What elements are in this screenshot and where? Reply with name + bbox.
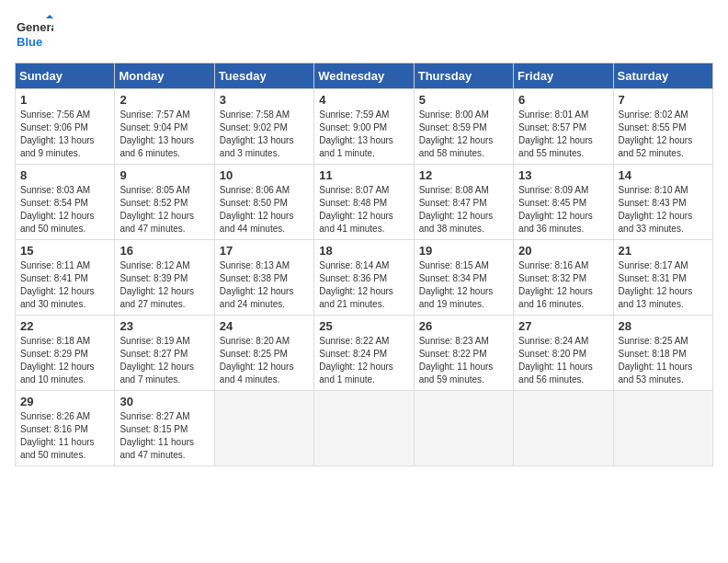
day-number: 4 xyxy=(319,93,408,107)
calendar-cell: 1Sunrise: 7:56 AM Sunset: 9:06 PM Daylig… xyxy=(16,89,115,165)
calendar-cell: 8Sunrise: 8:03 AM Sunset: 8:54 PM Daylig… xyxy=(16,165,115,240)
calendar-cell: 2Sunrise: 7:57 AM Sunset: 9:04 PM Daylig… xyxy=(115,89,214,165)
calendar-cell: 23Sunrise: 8:19 AM Sunset: 8:27 PM Dayli… xyxy=(115,316,214,391)
calendar-cell xyxy=(414,391,513,466)
day-number: 30 xyxy=(119,395,209,408)
day-number: 18 xyxy=(319,244,408,258)
day-info: Sunrise: 8:09 AM Sunset: 8:45 PM Dayligh… xyxy=(518,184,608,236)
day-info: Sunrise: 8:25 AM Sunset: 8:18 PM Dayligh… xyxy=(619,335,708,386)
calendar-cell: 3Sunrise: 7:58 AM Sunset: 9:02 PM Daylig… xyxy=(214,89,313,165)
calendar-cell: 13Sunrise: 8:09 AM Sunset: 8:45 PM Dayli… xyxy=(514,165,613,240)
calendar-cell: 15Sunrise: 8:11 AM Sunset: 8:41 PM Dayli… xyxy=(16,240,115,316)
logo-svg: General Blue xyxy=(15,15,53,53)
day-number: 26 xyxy=(419,319,508,333)
day-info: Sunrise: 8:27 AM Sunset: 8:15 PM Dayligh… xyxy=(119,410,209,462)
day-number: 14 xyxy=(619,168,708,182)
calendar-table: SundayMondayTuesdayWednesdayThursdayFrid… xyxy=(15,63,713,466)
day-number: 22 xyxy=(20,319,109,333)
day-info: Sunrise: 8:00 AM Sunset: 8:59 PM Dayligh… xyxy=(419,109,508,160)
day-number: 29 xyxy=(20,395,109,408)
day-info: Sunrise: 8:19 AM Sunset: 8:27 PM Dayligh… xyxy=(119,335,209,386)
calendar-cell: 9Sunrise: 8:05 AM Sunset: 8:52 PM Daylig… xyxy=(115,165,214,240)
calendar-cell: 7Sunrise: 8:02 AM Sunset: 8:55 PM Daylig… xyxy=(613,89,712,165)
day-info: Sunrise: 8:15 AM Sunset: 8:34 PM Dayligh… xyxy=(419,259,508,311)
day-info: Sunrise: 8:20 AM Sunset: 8:25 PM Dayligh… xyxy=(220,335,309,386)
day-info: Sunrise: 8:12 AM Sunset: 8:39 PM Dayligh… xyxy=(119,259,209,311)
day-number: 17 xyxy=(220,244,309,258)
calendar-cell: 17Sunrise: 8:13 AM Sunset: 8:38 PM Dayli… xyxy=(214,240,313,316)
day-number: 2 xyxy=(119,93,209,107)
day-info: Sunrise: 8:01 AM Sunset: 8:57 PM Dayligh… xyxy=(518,109,608,160)
header-row: SundayMondayTuesdayWednesdayThursdayFrid… xyxy=(16,63,713,89)
day-number: 8 xyxy=(20,168,109,182)
day-info: Sunrise: 7:57 AM Sunset: 9:04 PM Dayligh… xyxy=(119,109,209,160)
day-info: Sunrise: 8:13 AM Sunset: 8:38 PM Dayligh… xyxy=(220,259,309,311)
calendar-cell: 29Sunrise: 8:26 AM Sunset: 8:16 PM Dayli… xyxy=(16,391,115,466)
day-number: 20 xyxy=(518,244,608,258)
calendar-cell: 30Sunrise: 8:27 AM Sunset: 8:15 PM Dayli… xyxy=(115,391,214,466)
day-number: 24 xyxy=(220,319,309,333)
calendar-week-row: 15Sunrise: 8:11 AM Sunset: 8:41 PM Dayli… xyxy=(16,240,713,316)
day-info: Sunrise: 8:17 AM Sunset: 8:31 PM Dayligh… xyxy=(619,259,708,311)
day-number: 12 xyxy=(419,168,508,182)
day-info: Sunrise: 8:06 AM Sunset: 8:50 PM Dayligh… xyxy=(220,184,309,236)
day-info: Sunrise: 7:56 AM Sunset: 9:06 PM Dayligh… xyxy=(20,109,109,160)
weekday-header: Saturday xyxy=(613,63,712,89)
weekday-header: Thursday xyxy=(414,63,513,89)
calendar-cell: 19Sunrise: 8:15 AM Sunset: 8:34 PM Dayli… xyxy=(414,240,513,316)
calendar-cell: 6Sunrise: 8:01 AM Sunset: 8:57 PM Daylig… xyxy=(514,89,613,165)
calendar-cell: 20Sunrise: 8:16 AM Sunset: 8:32 PM Dayli… xyxy=(514,240,613,316)
day-info: Sunrise: 8:11 AM Sunset: 8:41 PM Dayligh… xyxy=(20,259,109,311)
day-number: 28 xyxy=(619,319,708,333)
day-number: 5 xyxy=(419,93,508,107)
calendar-cell xyxy=(613,391,712,466)
day-info: Sunrise: 8:23 AM Sunset: 8:22 PM Dayligh… xyxy=(419,335,508,386)
calendar-cell: 11Sunrise: 8:07 AM Sunset: 8:48 PM Dayli… xyxy=(314,165,414,240)
calendar-cell: 12Sunrise: 8:08 AM Sunset: 8:47 PM Dayli… xyxy=(414,165,513,240)
svg-text:General: General xyxy=(17,20,53,34)
weekday-header: Wednesday xyxy=(314,63,414,89)
day-info: Sunrise: 8:22 AM Sunset: 8:24 PM Dayligh… xyxy=(319,335,408,386)
calendar-cell: 21Sunrise: 8:17 AM Sunset: 8:31 PM Dayli… xyxy=(613,240,712,316)
day-number: 1 xyxy=(20,93,109,107)
weekday-header: Sunday xyxy=(16,63,115,89)
calendar-cell: 4Sunrise: 7:59 AM Sunset: 9:00 PM Daylig… xyxy=(314,89,414,165)
day-number: 9 xyxy=(119,168,209,182)
svg-text:Blue: Blue xyxy=(17,35,42,49)
logo: General Blue xyxy=(15,15,53,53)
calendar-week-row: 22Sunrise: 8:18 AM Sunset: 8:29 PM Dayli… xyxy=(16,316,713,391)
day-number: 23 xyxy=(119,319,209,333)
calendar-cell: 27Sunrise: 8:24 AM Sunset: 8:20 PM Dayli… xyxy=(514,316,613,391)
day-info: Sunrise: 8:07 AM Sunset: 8:48 PM Dayligh… xyxy=(319,184,408,236)
day-info: Sunrise: 8:03 AM Sunset: 8:54 PM Dayligh… xyxy=(20,184,109,236)
calendar-cell xyxy=(214,391,313,466)
day-info: Sunrise: 8:02 AM Sunset: 8:55 PM Dayligh… xyxy=(619,109,708,160)
day-number: 25 xyxy=(319,319,408,333)
calendar-cell: 16Sunrise: 8:12 AM Sunset: 8:39 PM Dayli… xyxy=(115,240,214,316)
day-number: 10 xyxy=(220,168,309,182)
day-number: 13 xyxy=(518,168,608,182)
calendar-cell xyxy=(514,391,613,466)
calendar-cell: 26Sunrise: 8:23 AM Sunset: 8:22 PM Dayli… xyxy=(414,316,513,391)
day-number: 15 xyxy=(20,244,109,258)
calendar-cell: 18Sunrise: 8:14 AM Sunset: 8:36 PM Dayli… xyxy=(314,240,414,316)
day-info: Sunrise: 8:05 AM Sunset: 8:52 PM Dayligh… xyxy=(119,184,209,236)
weekday-header: Tuesday xyxy=(214,63,313,89)
day-info: Sunrise: 7:59 AM Sunset: 9:00 PM Dayligh… xyxy=(319,109,408,160)
calendar-cell: 10Sunrise: 8:06 AM Sunset: 8:50 PM Dayli… xyxy=(214,165,313,240)
day-info: Sunrise: 8:18 AM Sunset: 8:29 PM Dayligh… xyxy=(20,335,109,386)
calendar-week-row: 29Sunrise: 8:26 AM Sunset: 8:16 PM Dayli… xyxy=(16,391,713,466)
calendar-week-row: 8Sunrise: 8:03 AM Sunset: 8:54 PM Daylig… xyxy=(16,165,713,240)
calendar-cell: 22Sunrise: 8:18 AM Sunset: 8:29 PM Dayli… xyxy=(16,316,115,391)
day-number: 3 xyxy=(220,93,309,107)
day-number: 7 xyxy=(619,93,708,107)
day-info: Sunrise: 8:14 AM Sunset: 8:36 PM Dayligh… xyxy=(319,259,408,311)
day-info: Sunrise: 8:16 AM Sunset: 8:32 PM Dayligh… xyxy=(518,259,608,311)
day-info: Sunrise: 8:10 AM Sunset: 8:43 PM Dayligh… xyxy=(619,184,708,236)
weekday-header: Monday xyxy=(115,63,214,89)
calendar-cell: 14Sunrise: 8:10 AM Sunset: 8:43 PM Dayli… xyxy=(613,165,712,240)
day-number: 27 xyxy=(518,319,608,333)
day-number: 11 xyxy=(319,168,408,182)
calendar-cell: 25Sunrise: 8:22 AM Sunset: 8:24 PM Dayli… xyxy=(314,316,414,391)
calendar-cell xyxy=(314,391,414,466)
